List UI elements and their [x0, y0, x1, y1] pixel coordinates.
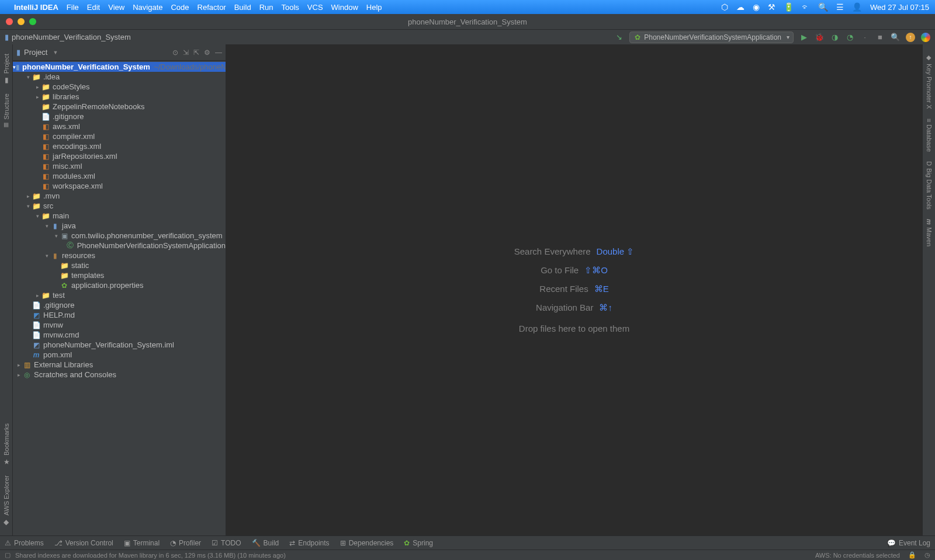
- record-icon[interactable]: ◉: [753, 2, 760, 12]
- collapse-all-icon[interactable]: ⇱: [193, 48, 199, 57]
- spotlight-icon[interactable]: 🔍: [818, 2, 828, 12]
- tab-maven[interactable]: mMaven: [924, 214, 934, 251]
- tw-event-log[interactable]: 💬Event Log: [887, 539, 930, 547]
- tree-file-appprops[interactable]: ✿application.properties: [13, 280, 226, 290]
- status-aws[interactable]: AWS: No credentials selected: [815, 552, 900, 559]
- tree-file-help[interactable]: ◩HELP.md: [13, 310, 226, 320]
- lock-icon[interactable]: 🔒: [908, 551, 916, 559]
- tree-file-mvnw[interactable]: 📄mvnw: [13, 320, 226, 330]
- tool-icon[interactable]: ⚒: [768, 2, 775, 12]
- tree-root[interactable]: ▾▮phoneNumber_Verification_System~/Downl…: [13, 62, 226, 72]
- tree-package[interactable]: ▾▣com.twilio.phonenumber_verification_sy…: [13, 231, 226, 241]
- search-everywhere-button[interactable]: 🔍: [891, 33, 900, 42]
- tree-folder-src[interactable]: ▾📁src: [13, 201, 226, 211]
- tree-folder-zeppelin[interactable]: 📁ZeppelinRemoteNotebooks: [13, 102, 226, 112]
- menubar-clock[interactable]: Wed 27 Jul 07:15: [870, 3, 929, 12]
- menu-edit[interactable]: Edit: [87, 3, 100, 12]
- tree-folder-codestyles[interactable]: ▸📁codeStyles: [13, 82, 226, 92]
- control-center-icon[interactable]: ☰: [836, 2, 844, 12]
- tw-profiler[interactable]: ◔Profiler: [170, 539, 201, 547]
- tree-file-aws-xml[interactable]: ◧aws.xml: [13, 121, 226, 131]
- tree-external-libraries[interactable]: ▸▥External Libraries: [13, 360, 226, 370]
- tree-file-workspace-xml[interactable]: ◧workspace.xml: [13, 181, 226, 191]
- expand-all-icon[interactable]: ⇲: [183, 48, 189, 57]
- tab-key-promoter[interactable]: ◆Key Promoter X: [924, 49, 934, 114]
- run-button[interactable]: ▶: [799, 33, 809, 42]
- tree-folder-java[interactable]: ▾▮java: [13, 221, 226, 231]
- tree-file-modules-xml[interactable]: ◧modules.xml: [13, 171, 226, 181]
- project-tree[interactable]: ▾▮phoneNumber_Verification_System~/Downl…: [13, 61, 226, 535]
- coverage-button[interactable]: ◑: [830, 33, 839, 42]
- tree-folder-idea[interactable]: ▾📁.idea: [13, 72, 226, 82]
- wifi-icon[interactable]: ᯤ: [802, 2, 810, 12]
- ide-update-icon[interactable]: ↑: [906, 33, 915, 42]
- tab-structure[interactable]: ≣Structure: [1, 89, 12, 133]
- menu-code[interactable]: Code: [171, 3, 189, 12]
- tw-dependencies[interactable]: ⊞Dependencies: [340, 539, 394, 547]
- attach-button[interactable]: ∙: [860, 33, 870, 42]
- tw-endpoints[interactable]: ⇄Endpoints: [289, 539, 329, 547]
- tree-file-jarrepos-xml[interactable]: ◧jarRepositories.xml: [13, 151, 226, 161]
- tree-folder-main[interactable]: ▾📁main: [13, 211, 226, 221]
- user-icon[interactable]: 👤: [852, 2, 862, 12]
- tree-file-encodings-xml[interactable]: ◧encodings.xml: [13, 141, 226, 151]
- tab-project[interactable]: ▮Project: [1, 49, 12, 89]
- toolbox-icon[interactable]: ⬡: [721, 2, 728, 12]
- battery-icon[interactable]: 🔋: [784, 2, 794, 12]
- hammer-icon[interactable]: ↘: [614, 33, 624, 42]
- tree-folder-test[interactable]: ▸📁test: [13, 290, 226, 300]
- cloud-icon[interactable]: ☁: [736, 2, 744, 12]
- tree-file-misc-xml[interactable]: ◧misc.xml: [13, 161, 226, 171]
- tree-file-gitignore[interactable]: 📄.gitignore: [13, 112, 226, 121]
- tw-problems[interactable]: ⚠Problems: [5, 539, 44, 547]
- minimize-window-button[interactable]: [18, 18, 25, 25]
- close-window-button[interactable]: [6, 18, 13, 25]
- tree-folder-mvn[interactable]: ▸📁.mvn: [13, 191, 226, 201]
- code-with-me-icon[interactable]: [921, 33, 930, 42]
- tree-folder-resources[interactable]: ▾▮resources: [13, 251, 226, 260]
- tree-class-application[interactable]: ⒸPhoneNumberVerificationSystemApplicatio…: [13, 241, 226, 251]
- tw-spring[interactable]: ✿Spring: [404, 539, 433, 547]
- menu-view[interactable]: View: [108, 3, 124, 12]
- tool-window-toggle-icon[interactable]: ▢: [5, 551, 11, 559]
- breadcrumb-root[interactable]: ▮ phoneNumber_Verification_System: [5, 33, 131, 41]
- tab-database[interactable]: ≡Database: [924, 114, 934, 157]
- maximize-window-button[interactable]: [29, 18, 36, 25]
- select-opened-file-icon[interactable]: ⊙: [172, 48, 178, 57]
- menu-refactor[interactable]: Refactor: [198, 3, 226, 12]
- tw-version-control[interactable]: ⎇Version Control: [54, 539, 113, 547]
- menu-help[interactable]: Help: [366, 3, 382, 12]
- menu-vcs[interactable]: VCS: [307, 3, 323, 12]
- menu-tools[interactable]: Tools: [281, 3, 299, 12]
- tw-terminal[interactable]: ▣Terminal: [124, 539, 160, 547]
- gear-icon[interactable]: ⚙: [204, 48, 210, 57]
- tab-big-data[interactable]: DBig Data Tools: [924, 156, 934, 214]
- hide-panel-icon[interactable]: —: [215, 48, 222, 57]
- tw-build[interactable]: 🔨Build: [252, 539, 279, 547]
- project-panel-title[interactable]: Project: [24, 48, 47, 57]
- menu-file[interactable]: File: [67, 3, 79, 12]
- editor-empty-state[interactable]: Search EverywhereDouble ⇧ Go to File⇧⌘O …: [226, 44, 922, 535]
- menu-build[interactable]: Build: [234, 3, 251, 12]
- menu-window[interactable]: Window: [331, 3, 358, 12]
- menu-navigate[interactable]: Navigate: [133, 3, 162, 12]
- tab-aws-explorer[interactable]: ◆AWS Explorer: [1, 471, 12, 531]
- tab-bookmarks[interactable]: ★Bookmarks: [1, 419, 12, 471]
- tree-file-pom[interactable]: mpom.xml: [13, 350, 226, 360]
- tree-folder-libraries[interactable]: ▸📁libraries: [13, 92, 226, 102]
- stop-button[interactable]: ■: [875, 33, 885, 42]
- tw-todo[interactable]: ☑TODO: [212, 539, 241, 547]
- tree-file-mvnwcmd[interactable]: 📄mvnw.cmd: [13, 330, 226, 340]
- tree-folder-templates[interactable]: 📁templates: [13, 270, 226, 280]
- tree-scratches[interactable]: ▸◎Scratches and Consoles: [13, 370, 226, 380]
- indexing-icon[interactable]: ◷: [924, 551, 930, 559]
- app-name[interactable]: IntelliJ IDEA: [14, 3, 58, 12]
- debug-button[interactable]: 🐞: [815, 33, 824, 42]
- chevron-down-icon[interactable]: ▼: [53, 50, 58, 55]
- tree-file-iml[interactable]: ◩phoneNumber_Verification_System.iml: [13, 340, 226, 350]
- menu-run[interactable]: Run: [259, 3, 273, 12]
- tree-file-compiler-xml[interactable]: ◧compiler.xml: [13, 131, 226, 141]
- tree-file-gitignore2[interactable]: 📄.gitignore: [13, 300, 226, 310]
- run-configuration-selector[interactable]: ✿ PhoneNumberVerificationSystemApplicati…: [629, 32, 794, 43]
- profile-button[interactable]: ◔: [845, 33, 854, 42]
